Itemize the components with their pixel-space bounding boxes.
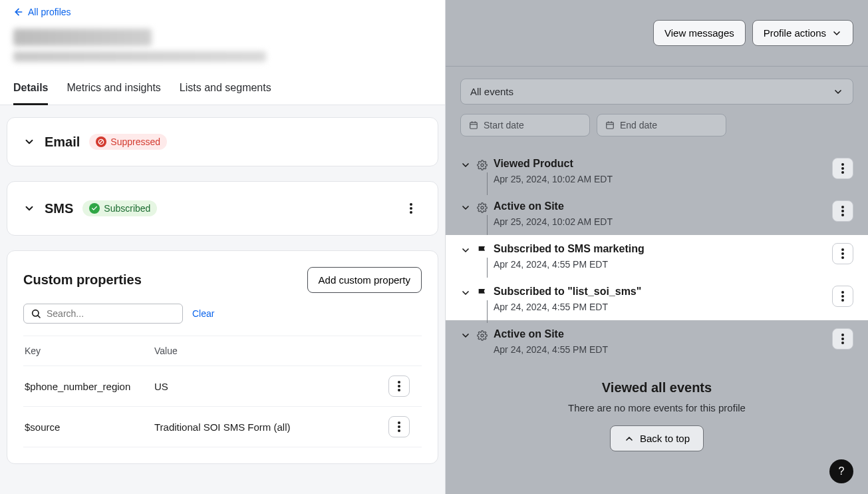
svg-line-2 bbox=[100, 140, 103, 144]
start-date-input[interactable]: Start date bbox=[460, 114, 590, 136]
chevron-down-icon[interactable] bbox=[460, 202, 471, 213]
question-icon: ? bbox=[839, 465, 845, 477]
events-filter-select[interactable]: All events bbox=[460, 79, 853, 105]
event-title: Subscribed to "list_soi_sms" bbox=[494, 286, 827, 298]
event-row: Active on Site Apr 24, 2024, 4:55 PM EDT bbox=[446, 320, 868, 363]
chevron-down-icon[interactable] bbox=[460, 330, 471, 341]
event-title: Subscribed to SMS marketing bbox=[494, 243, 827, 255]
gear-icon bbox=[476, 330, 488, 342]
table-row: $source Traditional SOI SMS Form (all) bbox=[23, 407, 422, 447]
svg-rect-9 bbox=[607, 123, 614, 128]
event-date: Apr 25, 2024, 10:02 AM EDT bbox=[494, 174, 827, 184]
sms-status-label: Subscribed bbox=[104, 203, 150, 214]
event-menu-button[interactable] bbox=[832, 328, 853, 350]
property-key: $source bbox=[25, 421, 154, 433]
tab-details[interactable]: Details bbox=[13, 77, 48, 105]
event-menu-button[interactable] bbox=[832, 286, 853, 307]
tab-lists[interactable]: Lists and segments bbox=[180, 77, 271, 105]
property-value: Traditional SOI SMS Form (all) bbox=[154, 421, 388, 433]
kebab-icon bbox=[410, 207, 412, 210]
search-input[interactable] bbox=[47, 308, 176, 319]
sms-section-card: SMS Subscribed bbox=[7, 181, 438, 236]
svg-point-15 bbox=[481, 334, 484, 337]
end-date-placeholder: End date bbox=[620, 120, 657, 130]
email-section-card: Email Suppressed bbox=[7, 117, 438, 166]
gear-icon bbox=[476, 159, 488, 171]
profile-tabs: Details Metrics and insights Lists and s… bbox=[0, 77, 445, 105]
value-column-header: Value bbox=[154, 346, 388, 356]
custom-properties-card: Custom properties Add custom property Cl… bbox=[7, 250, 438, 464]
sms-status-badge: Subscribed bbox=[82, 200, 157, 216]
arrow-left-icon bbox=[13, 7, 24, 17]
event-menu-button[interactable] bbox=[832, 200, 853, 222]
svg-rect-5 bbox=[470, 123, 478, 128]
chevron-up-icon bbox=[624, 433, 635, 444]
profile-subtitle-redacted bbox=[13, 51, 266, 62]
event-menu-button[interactable] bbox=[832, 243, 853, 264]
back-to-top-button[interactable]: Back to top bbox=[610, 425, 704, 451]
email-status-label: Suppressed bbox=[110, 136, 160, 147]
kebab-icon bbox=[841, 167, 844, 170]
suppressed-icon bbox=[96, 136, 106, 147]
clear-search-link[interactable]: Clear bbox=[192, 308, 214, 319]
gear-icon bbox=[476, 202, 488, 214]
viewed-all-events-title: Viewed all events bbox=[460, 380, 853, 395]
event-title: Active on Site bbox=[494, 200, 827, 212]
email-section-title: Email bbox=[45, 134, 80, 150]
sms-section-menu-button[interactable] bbox=[400, 198, 422, 219]
event-row: Subscribed to "list_soi_sms" Apr 24, 202… bbox=[446, 278, 868, 320]
event-row: Viewed Product Apr 25, 2024, 10:02 AM ED… bbox=[446, 150, 868, 192]
chevron-down-icon[interactable] bbox=[460, 245, 471, 256]
profile-actions-button[interactable]: Profile actions bbox=[752, 20, 853, 46]
back-link-label: All profiles bbox=[28, 7, 71, 17]
calendar-icon bbox=[469, 121, 478, 130]
chevron-down-icon[interactable] bbox=[23, 202, 35, 214]
custom-properties-search[interactable] bbox=[23, 304, 183, 324]
flag-icon bbox=[476, 287, 488, 299]
event-date: Apr 24, 2024, 4:55 PM EDT bbox=[494, 302, 827, 312]
add-custom-property-button[interactable]: Add custom property bbox=[307, 267, 422, 293]
search-icon bbox=[31, 308, 41, 319]
end-date-input[interactable]: End date bbox=[597, 114, 726, 136]
tab-metrics[interactable]: Metrics and insights bbox=[67, 77, 160, 105]
svg-line-4 bbox=[38, 316, 40, 318]
chevron-down-icon[interactable] bbox=[23, 136, 35, 148]
chevron-down-icon[interactable] bbox=[460, 160, 471, 170]
event-date: Apr 25, 2024, 10:02 AM EDT bbox=[494, 216, 827, 227]
start-date-placeholder: Start date bbox=[484, 120, 524, 130]
subscribed-check-icon bbox=[89, 203, 100, 214]
event-menu-button[interactable] bbox=[832, 158, 853, 179]
kebab-icon bbox=[841, 295, 844, 298]
custom-properties-title: Custom properties bbox=[23, 272, 142, 288]
row-menu-button[interactable] bbox=[388, 416, 410, 437]
email-status-badge: Suppressed bbox=[89, 134, 167, 150]
svg-point-14 bbox=[481, 206, 484, 209]
view-messages-button[interactable]: View messages bbox=[653, 20, 746, 46]
property-value: US bbox=[154, 381, 388, 392]
key-column-header: Key bbox=[25, 346, 154, 356]
event-date: Apr 24, 2024, 4:55 PM EDT bbox=[494, 344, 827, 355]
event-title: Active on Site bbox=[494, 328, 827, 340]
no-more-events-text: There are no more events for this profil… bbox=[460, 402, 853, 413]
chevron-down-icon bbox=[833, 87, 843, 97]
profile-email-title-redacted bbox=[13, 29, 152, 46]
event-title: Viewed Product bbox=[494, 158, 827, 170]
flag-icon bbox=[476, 244, 488, 256]
event-date: Apr 24, 2024, 4:55 PM EDT bbox=[494, 259, 827, 270]
chevron-down-icon bbox=[831, 28, 842, 39]
kebab-icon bbox=[841, 338, 844, 340]
kebab-icon bbox=[398, 385, 400, 387]
kebab-icon bbox=[841, 210, 844, 212]
property-key: $phone_number_region bbox=[25, 381, 154, 392]
events-timeline: Viewed Product Apr 25, 2024, 10:02 AM ED… bbox=[446, 150, 868, 363]
back-all-profiles-link[interactable]: All profiles bbox=[13, 7, 71, 17]
calendar-icon bbox=[605, 121, 615, 130]
help-button[interactable]: ? bbox=[829, 459, 853, 483]
chevron-down-icon[interactable] bbox=[460, 288, 471, 298]
event-row: Subscribed to SMS marketing Apr 24, 2024… bbox=[446, 235, 868, 278]
svg-point-13 bbox=[481, 164, 484, 166]
back-to-top-label: Back to top bbox=[640, 433, 690, 444]
row-menu-button[interactable] bbox=[388, 375, 410, 397]
table-row: $phone_number_region US bbox=[23, 366, 422, 407]
sms-section-title: SMS bbox=[45, 201, 73, 216]
